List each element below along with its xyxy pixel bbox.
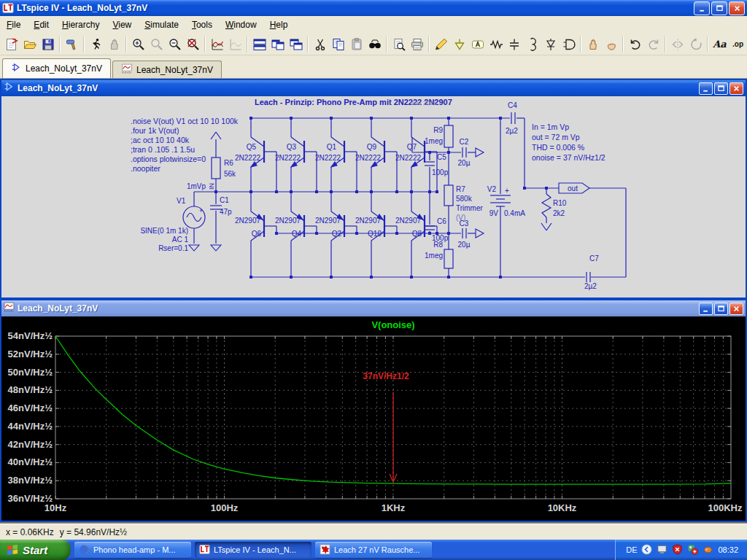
minimize-button[interactable]	[699, 303, 713, 315]
part-q9: 2N2222	[355, 154, 381, 162]
part-q1: 2N2222	[315, 154, 341, 162]
menu-view[interactable]: View	[106, 17, 138, 33]
capacitor-button[interactable]	[505, 35, 523, 54]
trace-legend[interactable]: V(onoise)	[371, 319, 414, 330]
updates-icon[interactable]	[687, 544, 698, 556]
designator-q6: Q6	[252, 230, 262, 238]
close-button[interactable]	[729, 303, 743, 315]
v1-param: SINE(0 1m 1k)	[140, 227, 188, 235]
control-panel-button[interactable]	[63, 35, 81, 54]
waveform-canvas[interactable]: 54nV/Hz½52nV/Hz½50nV/Hz½48nV/Hz½46nV/Hz½…	[1, 316, 746, 521]
v1-param: AC 1	[172, 236, 189, 244]
drag-button[interactable]	[602, 35, 620, 54]
menu-edit[interactable]: Edit	[27, 17, 55, 33]
schematic-label: 2k2	[553, 209, 565, 217]
designator-c6: C6	[437, 217, 446, 225]
resistor-button[interactable]	[487, 35, 505, 54]
wire-button[interactable]	[432, 35, 450, 54]
menu-hierarchy[interactable]: Hierarchy	[55, 17, 106, 33]
menu-window[interactable]: Window	[219, 17, 263, 33]
part-q5: 2N2222	[235, 154, 260, 162]
y-axis-tick-label: 40nV/Hz½	[8, 456, 53, 467]
close-button[interactable]	[729, 82, 743, 95]
schematic-canvas[interactable]: Q52N2222Q32N2222Q12N2222Q92N2222Q72N2222…	[1, 96, 746, 298]
copy-button[interactable]	[329, 35, 347, 54]
schematic-window-titlebar[interactable]: Leach_NoLyt_37nV	[1, 80, 746, 96]
tile-vertical-button[interactable]	[250, 35, 268, 54]
tile-horizontal-button[interactable]	[268, 35, 287, 54]
hide-icons-chevron-icon[interactable]	[641, 544, 652, 556]
close-button[interactable]	[729, 1, 745, 15]
taskbar-task-image-viewer[interactable]: Leach 27 nV Rausche...	[315, 542, 432, 558]
zoom-in-button[interactable]	[129, 35, 147, 54]
x-axis-tick-label: 1KHz	[382, 502, 406, 513]
designator-r8: R8	[433, 241, 443, 249]
run-button[interactable]	[87, 35, 105, 54]
maximize-button[interactable]	[714, 303, 728, 315]
schematic-label: +	[505, 187, 509, 195]
mdi-area: Leach_NoLyt_37nV Q52N2222Q32N2222Q12N222…	[0, 79, 747, 524]
print-preview-button[interactable]	[390, 35, 408, 54]
new-schematic-button[interactable]	[2, 35, 20, 54]
clock[interactable]: 08:32	[718, 545, 738, 554]
waveform-tab-icon	[121, 63, 133, 77]
language-indicator[interactable]: DE	[626, 545, 637, 554]
save-button[interactable]	[39, 35, 57, 54]
start-button[interactable]: Start	[0, 540, 71, 560]
tab-schematic-0[interactable]: Leach_NoLyt_37nV	[2, 58, 111, 78]
cut-button[interactable]	[311, 35, 329, 54]
zoom-out-button[interactable]	[166, 35, 184, 54]
undo-button[interactable]	[626, 35, 644, 54]
tab-waveform-1[interactable]: Leach_NoLyt_37nV	[112, 61, 222, 78]
y-axis-tick-label: 52nV/Hz½	[8, 349, 53, 359]
diode-button[interactable]	[541, 35, 560, 54]
part-q7: 2N2222	[395, 154, 421, 162]
part-q2: 2N2907	[315, 217, 341, 225]
minimize-button[interactable]	[699, 82, 713, 95]
display-settings-icon[interactable]	[657, 544, 667, 556]
designator-r10: R10	[553, 199, 567, 207]
spice-directive-button[interactable]: .op	[729, 35, 747, 54]
designator-c3: C3	[460, 219, 469, 228]
waveform-window: Leach_NoLyt_37nV 54nV/Hz½52nV/Hz½50nV/Hz…	[0, 299, 747, 522]
menu-help[interactable]: Help	[263, 17, 295, 33]
taskbar-task-firefox[interactable]: Phono head-amp - M...	[74, 542, 191, 558]
open-button[interactable]	[20, 35, 39, 54]
minimize-button[interactable]	[694, 1, 710, 15]
label-net-button[interactable]	[468, 35, 487, 54]
status-bar: x = 0.06KHz y = 54.96nV/Hz½	[0, 524, 747, 540]
find-button[interactable]	[365, 35, 384, 54]
task-label: Phono head-amp - M...	[93, 545, 176, 554]
waveform-doc-icon	[4, 302, 15, 315]
zoom-full-extents-button[interactable]	[184, 35, 202, 54]
security-alert-icon[interactable]	[672, 544, 683, 556]
move-button[interactable]	[584, 35, 602, 54]
designator-q2: Q2	[332, 230, 342, 238]
zoom-in-icon	[131, 37, 146, 52]
print-preview-icon	[392, 37, 406, 52]
menu-tools[interactable]: Tools	[185, 17, 219, 33]
messenger-icon[interactable]	[703, 544, 713, 556]
text-tool-button[interactable]: Aa	[711, 35, 729, 54]
part-q3: 2N2222	[275, 154, 301, 162]
schematic-label: 1meg	[425, 252, 443, 260]
taskbar-task-ltspice[interactable]: LTspice IV - Leach_N...	[195, 542, 311, 558]
designator-v1: V1	[177, 197, 186, 205]
cascade-button[interactable]	[287, 35, 305, 54]
print-button[interactable]	[408, 35, 426, 54]
run-icon	[89, 37, 104, 52]
find-icon	[368, 37, 382, 52]
input-level-label: 1mVp	[187, 182, 206, 190]
menu-file[interactable]: File	[0, 17, 27, 33]
maximize-button[interactable]	[714, 82, 728, 95]
inductor-button[interactable]	[523, 35, 541, 54]
maximize-button[interactable]	[711, 1, 727, 15]
ground-button[interactable]	[450, 35, 468, 54]
v1-param: Rser=0.1	[158, 244, 188, 252]
component-button[interactable]	[560, 35, 578, 54]
waveform-window-titlebar[interactable]: Leach_NoLyt_37nV	[1, 300, 746, 316]
menu-simulate[interactable]: Simulate	[138, 17, 185, 33]
move-icon	[586, 37, 600, 52]
open-icon	[23, 37, 37, 52]
plot-settings-button[interactable]	[208, 35, 226, 54]
